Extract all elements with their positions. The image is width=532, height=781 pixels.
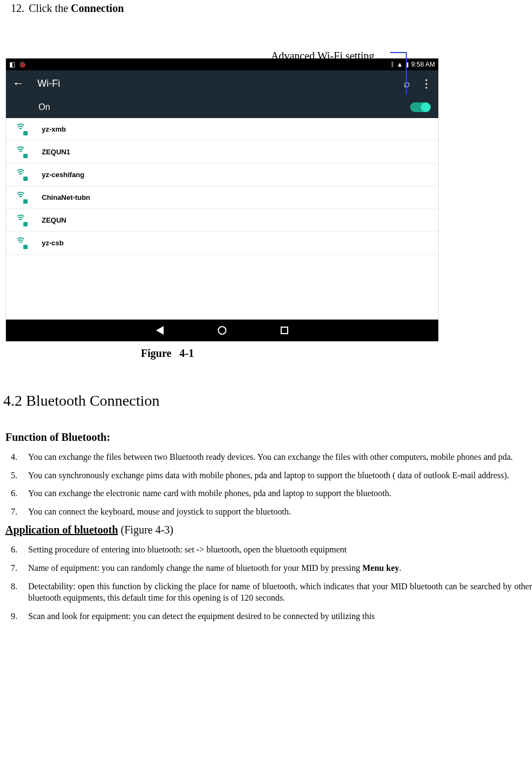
list-text: Scan and look for equipment: you can det… bbox=[28, 610, 532, 622]
wifi-signal-icon bbox=[15, 170, 27, 180]
wifi-network-name: ZEQUN bbox=[42, 216, 67, 224]
wifi-network-name: ChinaNet-tubn bbox=[42, 193, 90, 201]
notification-icon: ◧ bbox=[9, 61, 15, 68]
wifi-signal-icon bbox=[15, 216, 27, 225]
wifi-on-label: On bbox=[38, 102, 50, 112]
step-text-bold: Connection bbox=[71, 2, 124, 14]
wifi-settings-screenshot: ◧ 🐞 ᛒ ▲ ▮ 9:58 AM ← Wi-Fi ⌕ ⋮ On yz-xmbZ… bbox=[5, 58, 439, 342]
list-number: 9. bbox=[11, 610, 28, 622]
wifi-app-bar: ← Wi-Fi ⌕ ⋮ bbox=[6, 70, 438, 96]
list-number: 7. bbox=[11, 562, 28, 574]
application-heading-rest: (Figure 4-3) bbox=[118, 524, 173, 536]
list-text: You can synchronously exchange pims data… bbox=[28, 470, 532, 481]
wifi-signal-icon bbox=[15, 193, 27, 203]
step-12: 12. Click the Connection bbox=[0, 0, 532, 15]
list-item: 6.You can exchange the electronic name c… bbox=[11, 484, 532, 503]
list-item: 8.Detectability: open this function by c… bbox=[11, 577, 532, 607]
nav-home-icon[interactable] bbox=[218, 326, 226, 335]
wifi-network-name: yz-ceshifang bbox=[42, 171, 85, 179]
callout-label: Advanced Wi-Fi setting bbox=[271, 50, 374, 62]
figure-caption: Figure 4-1 bbox=[0, 342, 532, 360]
wifi-network-name: yz-csb bbox=[42, 239, 63, 247]
list-number: 4. bbox=[11, 451, 28, 463]
overflow-menu-icon[interactable]: ⋮ bbox=[421, 77, 432, 90]
list-number: 7. bbox=[11, 506, 28, 518]
wifi-network-list: yz-xmbZEQUN1yz-ceshifangChinaNet-tubnZEQ… bbox=[6, 118, 438, 255]
wifi-network-row[interactable]: yz-ceshifang bbox=[6, 164, 438, 186]
nav-recent-icon[interactable] bbox=[281, 327, 288, 334]
function-heading: Function of Bluetooth: bbox=[0, 431, 532, 444]
step-number: 12. bbox=[11, 2, 26, 15]
list-text: Name of equipment: you can randomly chan… bbox=[28, 562, 532, 574]
wifi-master-toggle-row: On bbox=[6, 96, 438, 118]
list-number: 8. bbox=[11, 581, 28, 604]
wifi-network-row[interactable]: yz-xmb bbox=[6, 118, 438, 141]
application-heading-bold: Application of bluetooth bbox=[5, 524, 118, 536]
lock-icon bbox=[23, 199, 28, 204]
wifi-network-row[interactable]: ZEQUN bbox=[6, 209, 438, 232]
wifi-signal-icon bbox=[15, 125, 27, 134]
callout-arrow-icon bbox=[390, 47, 423, 96]
list-number: 6. bbox=[11, 544, 28, 556]
list-text: You can exchange the files between two B… bbox=[28, 451, 532, 463]
list-item: 9.Scan and look for equipment: you can d… bbox=[11, 607, 532, 626]
list-item: 7.You can connect the keyboard, mouse an… bbox=[11, 503, 532, 521]
application-list: 6.Setting procedure of entering into blu… bbox=[0, 536, 532, 625]
lock-icon bbox=[23, 154, 28, 158]
back-button[interactable]: ← bbox=[12, 76, 24, 90]
wifi-signal-icon bbox=[15, 238, 27, 248]
wifi-network-row[interactable]: ChinaNet-tubn bbox=[6, 186, 438, 209]
list-text: Setting procedure of entering into bluet… bbox=[28, 544, 532, 556]
list-number: 6. bbox=[11, 487, 28, 499]
wifi-network-row[interactable]: yz-csb bbox=[6, 232, 438, 255]
step-text-pre: Click the bbox=[29, 2, 71, 14]
list-text: Detectability: open this function by cli… bbox=[28, 581, 532, 604]
application-heading: Application of bluetooth (Figure 4-3) bbox=[0, 520, 532, 536]
wifi-network-name: yz-xmb bbox=[42, 125, 66, 133]
android-nav-bar bbox=[6, 320, 438, 341]
figure-number: 4-1 bbox=[179, 347, 194, 359]
function-list: 4.You can exchange the files between two… bbox=[0, 444, 532, 520]
lock-icon bbox=[23, 222, 28, 226]
list-item: 6.Setting procedure of entering into blu… bbox=[11, 541, 532, 559]
switch-thumb bbox=[421, 102, 431, 112]
wifi-network-name: ZEQUN1 bbox=[42, 148, 70, 156]
wifi-network-row[interactable]: ZEQUN1 bbox=[6, 141, 438, 164]
section-heading: 4.2 Bluetooth Connection bbox=[0, 360, 532, 431]
list-number: 5. bbox=[11, 470, 28, 481]
lock-icon bbox=[23, 131, 28, 135]
list-item: 5.You can synchronously exchange pims da… bbox=[11, 466, 532, 485]
debug-icon: 🐞 bbox=[18, 61, 27, 68]
list-item: 7.Name of equipment: you can randomly ch… bbox=[11, 559, 532, 577]
list-item: 4.You can exchange the files between two… bbox=[11, 448, 532, 466]
lock-icon bbox=[23, 177, 28, 181]
lock-icon bbox=[23, 245, 28, 249]
nav-back-icon[interactable] bbox=[156, 326, 164, 335]
page-title: Wi-Fi bbox=[37, 78, 404, 89]
wifi-toggle-switch[interactable] bbox=[410, 102, 430, 112]
wifi-signal-icon bbox=[15, 147, 27, 157]
list-text: You can connect the keyboard, mouse and … bbox=[28, 506, 532, 518]
list-text: You can exchange the electronic name car… bbox=[28, 487, 532, 499]
figure-word: Figure bbox=[141, 347, 171, 359]
